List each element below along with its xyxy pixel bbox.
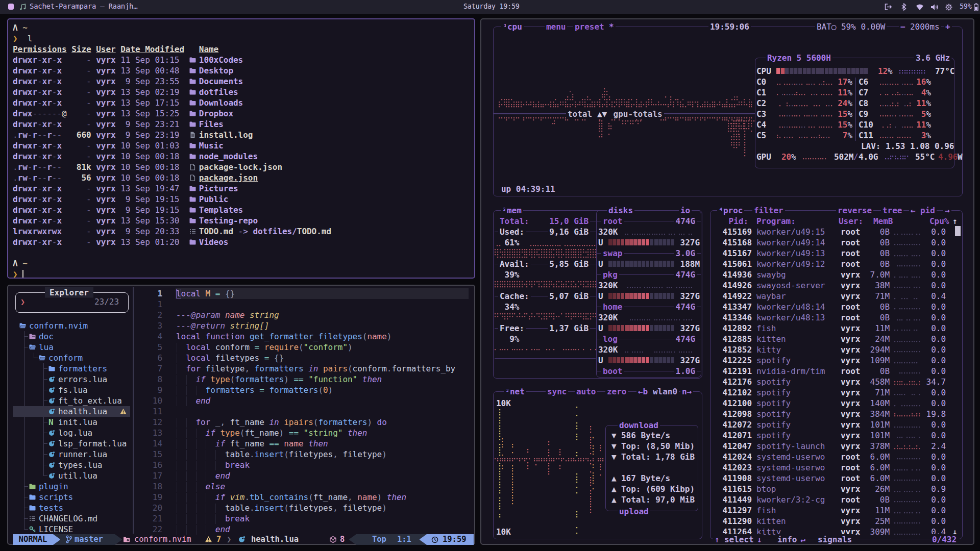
text-segment: - [52, 65, 57, 76]
text-segment: r [18, 215, 23, 226]
text-segment: 167 Byte/s [621, 473, 670, 484]
text-segment: 1,37 GiB [548, 323, 590, 334]
logout-icon[interactable] [884, 3, 892, 13]
text-segment: ↑ [952, 216, 958, 227]
text-segment: 6.0M [870, 452, 890, 462]
text-segment: ---@return [176, 320, 230, 331]
text-segment: kworker/u49:12 [756, 259, 825, 269]
text-segment: w [22, 151, 28, 162]
rect [206, 439, 206, 449]
text-segment: 586 Byte/s [621, 430, 670, 441]
text-segment: 140M [870, 398, 890, 409]
volume-icon[interactable] [930, 3, 939, 13]
text-segment: 0.0 [931, 302, 946, 312]
text-segment: r [47, 119, 52, 130]
text-segment: 0.0 [931, 505, 946, 516]
text-segment: x [42, 97, 47, 108]
text-segment [304, 374, 309, 385]
text-segment: break [225, 513, 250, 524]
text-segment: Λ [13, 22, 18, 33]
editor-area[interactable]: 112345678910111213141516171819202122loca… [8, 286, 474, 544]
text-segment: 0.0 [931, 462, 946, 473]
now-playing[interactable]: Sachet-Parampara — Raanjh… [30, 2, 137, 10]
text-segment: x [28, 215, 33, 226]
text-segment: d [13, 97, 18, 108]
clock-icon [431, 536, 438, 546]
text-segment: vyrx [841, 441, 860, 452]
text-segment: * [607, 21, 616, 32]
text-segment: 384M [870, 409, 890, 419]
statusline-warning-count: 7 [216, 534, 221, 545]
text-segment: r [18, 237, 23, 247]
io-title: io [679, 205, 692, 216]
statusline-project[interactable]: conform.nvim [134, 534, 191, 545]
text-segment [264, 385, 270, 395]
cpu-freq: 3.6 GHz [914, 53, 951, 63]
text-segment: btop [756, 484, 776, 494]
text-segment: d [13, 65, 18, 76]
text-segment: - [37, 205, 42, 215]
text-segment: vyrx [841, 355, 860, 366]
text-segment: vyrx [96, 130, 115, 140]
text-segment: require [264, 342, 299, 353]
text-segment: 21 [153, 513, 162, 524]
text-segment: 474G [674, 302, 697, 312]
folder-icon [189, 215, 199, 226]
text-segment: systemd-userwo [756, 473, 825, 484]
text-segment: Λ [13, 258, 18, 269]
text-segment: ft_name [230, 417, 270, 428]
text-segment: U [598, 291, 603, 302]
rect [186, 439, 187, 449]
text-segment: - [37, 97, 42, 108]
text-segment: x [57, 205, 62, 215]
bluetooth-icon[interactable] [901, 3, 906, 13]
text-segment: if [215, 492, 230, 503]
text-segment: - [86, 194, 91, 205]
wifi-icon[interactable] [916, 3, 924, 13]
text-segment: spotify [756, 355, 791, 366]
text-segment: 0B [880, 302, 890, 312]
text-segment: Desktop [199, 65, 233, 76]
text-segment: 309M [870, 527, 890, 537]
text-segment: vyrx [841, 323, 860, 334]
text-segment: 9 Sep 23:21 [120, 119, 179, 130]
text-segment: 5 [157, 342, 162, 353]
text-segment: - [37, 65, 42, 76]
text-segment: r [32, 55, 37, 65]
text-segment: - [86, 119, 91, 130]
text-segment: "conform" [304, 342, 348, 353]
text-segment: spotify [756, 377, 791, 387]
text-segment: r [18, 183, 23, 194]
workspace-indicator[interactable] [8, 4, 14, 10]
text-segment: systemd-userwo [756, 462, 825, 473]
text-segment: w [22, 205, 28, 215]
text-segment: → [943, 205, 951, 216]
powerline-arrow [349, 534, 356, 545]
text-segment: root [841, 237, 860, 248]
text-segment: insert [255, 503, 284, 513]
text-segment: 0B [880, 259, 890, 269]
text-segment: 411908 [722, 473, 752, 484]
rect [177, 482, 177, 492]
text-segment: C3 [756, 109, 766, 119]
text-segment: vyrx [96, 151, 115, 162]
gear-icon[interactable] [945, 3, 952, 13]
text-segment: 414922 [722, 291, 752, 302]
text-segment: ( [308, 492, 313, 503]
text-segment: vyrx [841, 398, 860, 409]
text-segment: d [13, 205, 18, 215]
text-segment: ~ [18, 22, 28, 33]
text-segment: x [42, 183, 47, 194]
text-segment: - [52, 130, 57, 140]
rect [196, 471, 197, 481]
bar-clock[interactable]: Saturday 19:59 [463, 2, 520, 10]
statusline-branch[interactable]: master [75, 534, 103, 545]
text-segment: M [206, 288, 211, 299]
text-segment: filetype [342, 503, 382, 513]
rect [186, 493, 187, 503]
text-segment: filetypes [289, 449, 333, 460]
proc-signals: signals [816, 534, 853, 544]
powerline-arrow [53, 534, 60, 545]
folder-icon [189, 205, 199, 215]
rect [177, 514, 177, 524]
